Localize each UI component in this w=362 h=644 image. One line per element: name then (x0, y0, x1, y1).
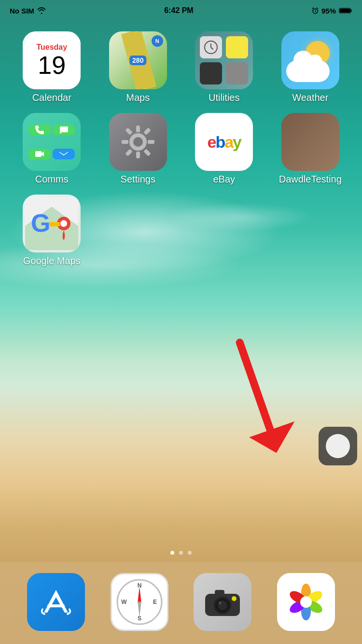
page-dot-1[interactable] (170, 551, 174, 555)
dawdle-icon (281, 113, 339, 171)
svg-point-8 (133, 137, 143, 147)
ebay-logo: ebay (207, 133, 241, 152)
calendar-icon: Tuesday 19 (23, 31, 81, 89)
maps-label: Maps (126, 92, 150, 103)
dock-appstore[interactable] (27, 573, 85, 631)
svg-rect-2 (350, 10, 352, 12)
svg-rect-39 (215, 590, 224, 595)
ebay-b: b (215, 133, 224, 151)
app-dawdle[interactable]: DawdleTesting (270, 113, 351, 185)
settings-label: Settings (121, 174, 155, 185)
calendar-day: Tuesday (23, 39, 81, 53)
comms-icon (23, 113, 81, 171)
svg-text:W: W (121, 599, 127, 605)
ebay-e: e (207, 133, 215, 151)
svg-rect-16 (143, 149, 151, 156)
page-dot-3[interactable] (188, 551, 192, 555)
svg-rect-15 (125, 149, 133, 156)
utilities-icon (195, 31, 253, 89)
util-extra-icon (226, 62, 248, 84)
page-dots (0, 551, 362, 555)
status-bar: No SIM 6:42 PM 95% (0, 0, 362, 21)
battery-icon (339, 7, 352, 14)
photos-svg (284, 580, 328, 624)
svg-rect-6 (59, 151, 68, 157)
svg-point-37 (219, 602, 222, 604)
comms-messages-sub (53, 125, 75, 135)
app-calendar[interactable]: Tuesday 19 Calendar (11, 31, 93, 103)
svg-rect-3 (340, 9, 350, 13)
util-clock-icon (200, 36, 222, 58)
util-note-icon (226, 36, 248, 58)
app-comms[interactable]: Comms (11, 113, 93, 185)
svg-rect-14 (143, 127, 151, 135)
svg-point-38 (232, 596, 237, 601)
calendar-label: Calendar (32, 92, 71, 103)
svg-rect-12 (148, 140, 154, 144)
app-googlemaps[interactable]: G Google Maps (11, 195, 93, 266)
dawdle-label: DawdleTesting (279, 174, 342, 185)
svg-text:E: E (153, 599, 157, 605)
assistive-touch-inner (326, 434, 350, 458)
ebay-a: a (224, 133, 233, 151)
app-grid: Tuesday 19 Calendar 280 N Maps Utili (9, 27, 353, 271)
googlemaps-icon: G (23, 195, 81, 252)
safari-icon: N S W E (111, 573, 168, 631)
app-weather[interactable]: Weather (270, 31, 351, 103)
svg-rect-5 (35, 151, 42, 157)
utilities-label: Utilities (209, 92, 239, 103)
wifi-icon (37, 7, 46, 14)
app-ebay[interactable]: ebay eBay (183, 113, 265, 185)
settings-icon (109, 113, 167, 171)
svg-rect-10 (136, 152, 140, 158)
app-utilities[interactable]: Utilities (183, 31, 265, 103)
svg-rect-11 (122, 140, 128, 144)
weather-icon (281, 31, 339, 89)
dock-camera[interactable] (194, 573, 251, 631)
weather-label: Weather (292, 92, 328, 103)
maps-road-label: 280 (129, 56, 146, 65)
safari-svg: N S W E (115, 578, 164, 626)
svg-rect-9 (136, 126, 140, 132)
comms-label: Comms (35, 174, 69, 185)
dock: N S W E (0, 562, 362, 644)
assistive-touch-button[interactable] (319, 427, 357, 465)
ebay-icon: ebay (195, 113, 253, 171)
appstore-svg (37, 583, 75, 621)
alarm-icon (312, 7, 319, 14)
svg-point-46 (300, 596, 312, 608)
svg-point-21 (60, 220, 67, 227)
photos-icon (277, 573, 335, 631)
googlemaps-label: Google Maps (23, 255, 81, 266)
maps-icon: 280 N (109, 31, 167, 89)
gear-svg (119, 123, 157, 161)
app-settings[interactable]: Settings (97, 113, 179, 185)
app-maps[interactable]: 280 N Maps (97, 31, 179, 103)
svg-rect-22 (49, 222, 60, 226)
status-right: 95% (312, 7, 352, 15)
carrier-text: No SIM (10, 7, 34, 15)
svg-rect-25 (37, 583, 75, 621)
util-calc-icon (200, 62, 222, 84)
status-left: No SIM (10, 7, 46, 15)
camera-icon (194, 573, 251, 631)
comms-facetime-sub (28, 149, 51, 159)
ebay-label: eBay (213, 174, 235, 185)
status-time: 6:42 PM (164, 6, 193, 15)
comms-phone-sub (28, 125, 51, 135)
comms-mail-sub (53, 149, 75, 159)
svg-rect-13 (125, 127, 133, 135)
appstore-icon (27, 573, 85, 631)
battery-text: 95% (321, 7, 336, 15)
calendar-date: 19 (38, 53, 66, 82)
maps-compass: N (152, 35, 163, 47)
svg-text:G: G (31, 209, 50, 237)
page-dot-2[interactable] (179, 551, 183, 555)
ebay-y: y (233, 133, 241, 151)
camera-svg (203, 585, 242, 619)
dock-photos[interactable] (277, 573, 335, 631)
googlemaps-svg: G (25, 197, 78, 250)
weather-cloud (286, 60, 330, 82)
dock-safari[interactable]: N S W E (111, 573, 168, 631)
